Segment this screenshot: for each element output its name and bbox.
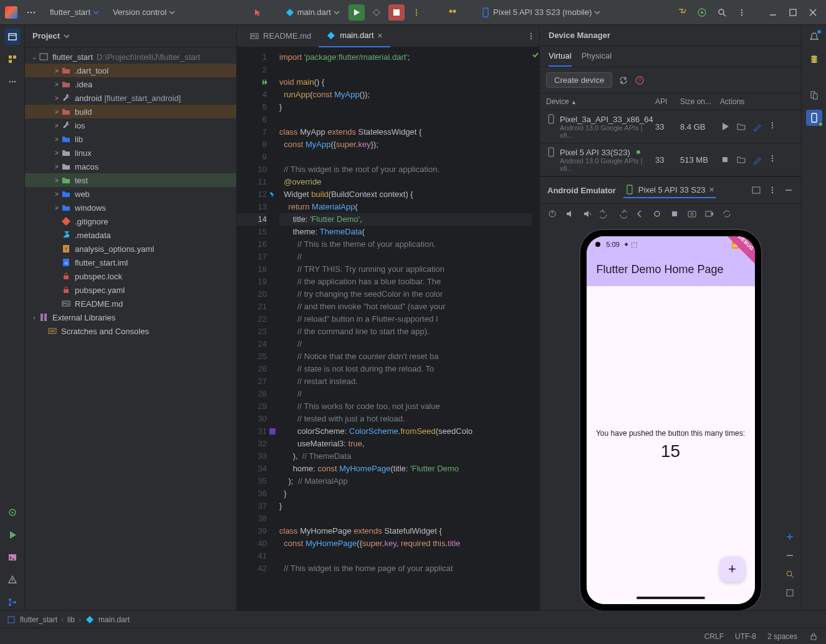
emulator-tab[interactable]: Pixel 5 API 33 S23 × xyxy=(623,182,716,198)
tree-item[interactable]: pubspec.lock xyxy=(25,269,236,283)
tree-item[interactable]: >android[flutter_start_android] xyxy=(25,91,236,105)
folder-icon[interactable] xyxy=(736,122,746,132)
more-tool-button[interactable] xyxy=(4,74,21,90)
debug-button[interactable] xyxy=(368,4,385,21)
chevron-down-icon[interactable] xyxy=(64,33,70,39)
editor-menu-button[interactable] xyxy=(523,28,539,44)
tree-item[interactable]: >web xyxy=(25,187,236,201)
tree-item[interactable]: >macos xyxy=(25,160,236,173)
overview-icon[interactable] xyxy=(670,209,680,219)
tree-item[interactable]: IJflutter_start.iml xyxy=(25,256,236,269)
maximize-button[interactable] xyxy=(785,4,801,21)
problems-tool-button[interactable] xyxy=(4,572,21,588)
screenshot-icon[interactable] xyxy=(687,209,697,219)
stop-icon[interactable] xyxy=(720,155,730,165)
vcs-dropdown[interactable]: Version control xyxy=(108,5,180,19)
crumb[interactable]: main.dart xyxy=(98,615,130,624)
nav-pill[interactable] xyxy=(636,597,705,599)
minimize-icon[interactable] xyxy=(784,185,794,195)
close-button[interactable] xyxy=(805,4,821,21)
more-icon[interactable] xyxy=(769,122,776,129)
tree-item[interactable]: pubspec.yaml xyxy=(25,283,236,297)
build-button[interactable] xyxy=(674,4,690,21)
zoom-fit-icon[interactable] xyxy=(785,569,795,579)
volume-up-icon[interactable] xyxy=(565,209,575,219)
tree-item[interactable]: >lib xyxy=(25,132,236,146)
editor-tab[interactable]: main.dart× xyxy=(319,25,390,47)
close-icon[interactable]: × xyxy=(709,185,714,195)
play-icon[interactable] xyxy=(720,122,730,132)
edit-icon[interactable] xyxy=(752,155,762,165)
run-config-dropdown[interactable]: main.dart xyxy=(280,5,345,20)
indent[interactable]: 2 spaces xyxy=(767,632,797,641)
search-button[interactable] xyxy=(714,4,730,21)
external-libraries[interactable]: › External Libraries xyxy=(25,310,236,324)
notifications-button[interactable] xyxy=(806,29,822,45)
tree-item[interactable]: >ios xyxy=(25,118,236,132)
run-tool-button[interactable] xyxy=(4,527,21,543)
crumb[interactable]: lib xyxy=(67,615,75,624)
tab-physical[interactable]: Physical xyxy=(582,51,612,67)
volume-down-icon[interactable] xyxy=(582,209,592,219)
minimize-button[interactable] xyxy=(765,4,781,21)
tree-item[interactable]: >.idea xyxy=(25,77,236,91)
record-icon[interactable] xyxy=(704,209,714,219)
tab-virtual[interactable]: Virtual xyxy=(549,51,572,67)
zoom-reset-icon[interactable] xyxy=(785,588,795,598)
database-tool-button[interactable] xyxy=(806,51,822,67)
back-icon[interactable] xyxy=(635,209,645,219)
encoding[interactable]: UTF-8 xyxy=(735,632,756,641)
scratches[interactable]: Scratches and Consoles xyxy=(25,324,236,338)
zoom-in-icon[interactable] xyxy=(785,532,795,542)
refresh-icon[interactable] xyxy=(618,75,628,85)
device-manager-button[interactable] xyxy=(806,87,822,103)
project-tree[interactable]: ⌄ flutter_start D:\Project\IntelliJ\flut… xyxy=(25,47,236,610)
more-icon[interactable] xyxy=(769,155,776,162)
line-separator[interactable]: CRLF xyxy=(704,632,724,641)
run-button[interactable] xyxy=(348,4,365,21)
settings-icon[interactable] xyxy=(722,209,732,219)
tree-item[interactable]: >.dart_tool xyxy=(25,64,236,77)
rotate-right-icon[interactable] xyxy=(617,209,627,219)
lock-icon[interactable] xyxy=(809,632,819,642)
emulator-button[interactable] xyxy=(806,110,822,126)
fab-add-button[interactable]: + xyxy=(720,557,745,582)
window-icon[interactable] xyxy=(751,185,761,195)
flutter-inspector-button[interactable] xyxy=(694,4,710,21)
edit-icon[interactable] xyxy=(752,122,762,132)
tree-root[interactable]: ⌄ flutter_start D:\Project\IntelliJ\flut… xyxy=(25,50,236,64)
home-icon[interactable] xyxy=(652,209,662,219)
flutter-attach-button[interactable] xyxy=(249,4,265,21)
tree-item[interactable]: .gitignore xyxy=(25,214,236,228)
settings-button[interactable] xyxy=(734,4,750,21)
tree-item[interactable]: Yanalysis_options.yaml xyxy=(25,242,236,256)
folder-icon[interactable] xyxy=(736,155,746,165)
help-icon[interactable]: ? xyxy=(635,75,645,85)
emulator-viewport[interactable]: 5:09 ✦ ⬚ 📶 ▮ Flutter Demo Home Page You … xyxy=(540,224,801,610)
close-icon[interactable]: × xyxy=(378,31,383,41)
crumb[interactable]: flutter_start xyxy=(20,615,57,624)
tree-item[interactable]: >build xyxy=(25,105,236,118)
stop-button[interactable] xyxy=(388,4,405,21)
tree-item[interactable]: README.md xyxy=(25,297,236,310)
device-dropdown[interactable]: Pixel 5 API 33 S23 (mobile) xyxy=(476,5,605,20)
structure-tool-button[interactable] xyxy=(4,51,21,67)
project-dropdown[interactable]: flutter_start xyxy=(45,5,104,19)
services-tool-button[interactable] xyxy=(4,504,21,521)
terminal-tool-button[interactable] xyxy=(4,549,21,565)
power-icon[interactable] xyxy=(547,209,557,219)
device-row[interactable]: Pixel_3a_API_33_x86_64Android 13.0 Googl… xyxy=(540,110,801,143)
tree-item[interactable]: >test xyxy=(25,173,236,187)
vcs-tool-button[interactable] xyxy=(4,594,21,610)
project-tool-button[interactable] xyxy=(4,29,21,45)
rotate-left-icon[interactable] xyxy=(600,209,610,219)
device-row[interactable]: Pixel 5 API 33(S23)Android 13.0 Google A… xyxy=(540,143,801,176)
error-stripe[interactable] xyxy=(532,47,539,610)
tree-item[interactable]: >windows xyxy=(25,201,236,214)
code-with-me-button[interactable] xyxy=(444,4,461,21)
zoom-out-icon[interactable] xyxy=(785,550,795,560)
create-device-button[interactable]: Create device xyxy=(546,72,612,88)
tree-item[interactable]: >linux xyxy=(25,146,236,160)
tree-item[interactable]: .metadata xyxy=(25,228,236,242)
editor-tab[interactable]: README.md xyxy=(242,25,319,47)
